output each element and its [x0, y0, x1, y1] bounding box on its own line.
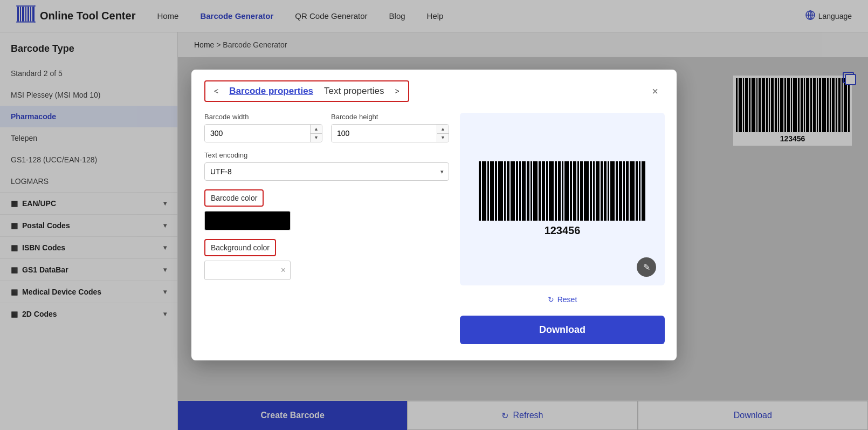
- barcode-color-label: Barcode color: [211, 194, 257, 202]
- svg-rect-60: [504, 161, 506, 221]
- text-encoding-label: Text encoding: [204, 151, 449, 159]
- background-color-label: Background color: [211, 243, 270, 252]
- height-down-arrow[interactable]: ▼: [437, 134, 449, 142]
- svg-rect-85: [601, 161, 603, 221]
- svg-rect-89: [616, 161, 618, 221]
- background-color-swatch[interactable]: ×: [204, 261, 291, 280]
- tab-left-arrow[interactable]: <: [214, 87, 218, 95]
- svg-rect-56: [487, 161, 489, 221]
- tab-right-arrow[interactable]: >: [395, 87, 399, 95]
- height-up-arrow[interactable]: ▲: [437, 125, 449, 134]
- svg-rect-77: [570, 161, 572, 221]
- svg-rect-67: [531, 161, 532, 221]
- svg-rect-59: [498, 161, 503, 221]
- svg-rect-62: [511, 161, 515, 221]
- height-group: Barcode height ▲ ▼: [331, 113, 449, 142]
- width-arrows: ▲ ▼: [310, 125, 322, 142]
- background-color-group: Background color ×: [204, 239, 449, 280]
- barcode-width-label: Barcode width: [204, 113, 322, 121]
- barcode-color-swatch[interactable]: [204, 211, 291, 230]
- width-group: Barcode width ▲ ▼: [204, 113, 322, 142]
- svg-rect-55: [482, 161, 486, 221]
- reset-button[interactable]: ↻ Reset: [460, 290, 665, 309]
- modal-header: < Barcode properties Text properties > ×: [191, 70, 677, 102]
- barcode-width-input-wrap: ▲ ▼: [204, 124, 322, 142]
- modal-close-button[interactable]: ×: [646, 83, 664, 100]
- svg-rect-78: [573, 161, 576, 221]
- svg-rect-94: [636, 161, 638, 221]
- svg-rect-93: [630, 161, 635, 221]
- clear-bg-color-button[interactable]: ×: [281, 265, 286, 275]
- svg-rect-70: [542, 161, 545, 221]
- svg-rect-95: [639, 161, 640, 221]
- svg-rect-66: [527, 161, 529, 221]
- encoding-select-wrap: UTF-8 ISO-8859-1 ASCII ▾: [204, 162, 449, 181]
- svg-rect-64: [519, 161, 521, 221]
- svg-rect-75: [562, 161, 563, 221]
- height-arrows: ▲ ▼: [437, 125, 449, 142]
- svg-rect-76: [564, 161, 569, 221]
- svg-rect-83: [593, 161, 595, 221]
- svg-rect-84: [596, 161, 600, 221]
- edit-icon: ✎: [643, 262, 650, 272]
- svg-rect-57: [490, 161, 494, 221]
- barcode-height-input[interactable]: [332, 125, 437, 142]
- svg-text:123456: 123456: [545, 224, 581, 236]
- dimension-row: Barcode width ▲ ▼ Barcode height: [204, 113, 449, 142]
- svg-rect-79: [577, 161, 579, 221]
- svg-rect-96: [642, 161, 645, 221]
- background-color-label-wrap: Background color: [204, 239, 276, 256]
- svg-rect-82: [590, 161, 592, 221]
- tab-text-properties[interactable]: Text properties: [324, 86, 384, 97]
- svg-rect-72: [549, 161, 554, 221]
- svg-rect-63: [516, 161, 518, 221]
- svg-rect-71: [546, 161, 548, 221]
- barcode-preview-area: 123456 ✎: [460, 113, 665, 285]
- barcode-height-label: Barcode height: [331, 113, 449, 121]
- svg-rect-80: [580, 161, 583, 221]
- edit-button[interactable]: ✎: [637, 257, 656, 277]
- barcode-color-group: Barcode color: [204, 189, 449, 230]
- svg-rect-81: [584, 161, 589, 221]
- width-down-arrow[interactable]: ▼: [311, 134, 322, 142]
- encoding-group: Text encoding UTF-8 ISO-8859-1 ASCII ▾: [204, 151, 449, 181]
- modal-right-panel: 123456 ✎ ↻ Reset Download: [460, 113, 665, 344]
- width-up-arrow[interactable]: ▲: [311, 125, 322, 134]
- modal: < Barcode properties Text properties > ×…: [191, 70, 677, 360]
- svg-rect-92: [626, 161, 629, 221]
- svg-rect-69: [539, 161, 541, 221]
- svg-rect-90: [619, 161, 622, 221]
- svg-rect-61: [507, 161, 509, 221]
- modal-left-panel: Barcode width ▲ ▼ Barcode height: [204, 113, 449, 344]
- svg-rect-88: [610, 161, 615, 221]
- barcode-preview-svg: 123456: [471, 156, 654, 242]
- modal-body: Barcode width ▲ ▼ Barcode height: [191, 102, 677, 344]
- svg-rect-86: [604, 161, 607, 221]
- svg-rect-68: [533, 161, 538, 221]
- svg-rect-65: [522, 161, 526, 221]
- reset-icon: ↻: [548, 295, 554, 304]
- barcode-color-label-wrap: Barcode color: [204, 189, 264, 207]
- svg-rect-73: [555, 161, 557, 221]
- svg-rect-87: [608, 161, 609, 221]
- svg-rect-74: [558, 161, 561, 221]
- reset-label: Reset: [557, 295, 577, 304]
- tab-barcode-properties[interactable]: Barcode properties: [229, 86, 313, 97]
- barcode-width-input[interactable]: [205, 125, 310, 142]
- modal-download-button[interactable]: Download: [460, 316, 665, 344]
- text-encoding-select[interactable]: UTF-8 ISO-8859-1 ASCII: [204, 162, 449, 181]
- modal-tabs: < Barcode properties Text properties >: [204, 80, 409, 102]
- modal-overlay: < Barcode properties Text properties > ×…: [0, 0, 868, 430]
- svg-rect-58: [495, 161, 497, 221]
- barcode-height-input-wrap: ▲ ▼: [331, 124, 449, 142]
- svg-rect-91: [623, 161, 625, 221]
- svg-rect-54: [479, 161, 481, 221]
